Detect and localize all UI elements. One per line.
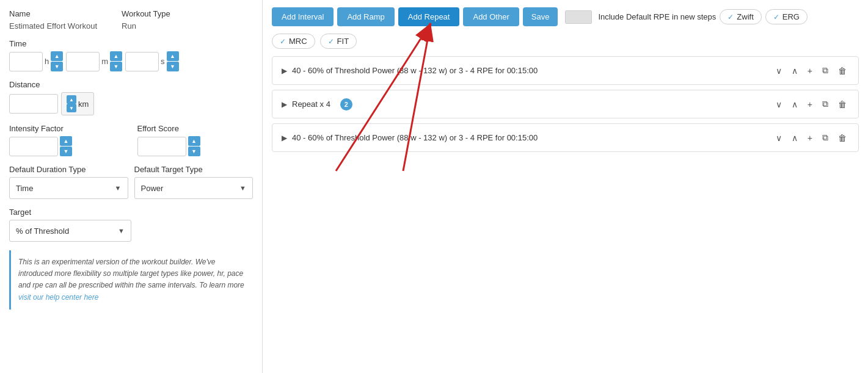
intensity-factor-group: 0.65 ▲ ▼ bbox=[9, 136, 125, 156]
intensity-factor-col: Intensity Factor 0.65 ▲ ▼ bbox=[9, 124, 125, 156]
fit-check-icon: ✓ bbox=[328, 37, 334, 46]
seconds-up-btn[interactable]: ▲ bbox=[167, 51, 179, 61]
erg-badge-btn[interactable]: ✓ ERG bbox=[765, 9, 808, 24]
target-value: % of Threshold bbox=[16, 226, 69, 236]
mrc-check-icon: ✓ bbox=[280, 37, 286, 46]
table-row: ▶ 40 - 60% of Threshold Power (88 w - 13… bbox=[272, 123, 859, 152]
target-chevron-icon: ▼ bbox=[118, 227, 125, 234]
name-section: Name Estimated Effort Workout Workout Ty… bbox=[9, 9, 253, 31]
expand-icon-2[interactable]: ▶ bbox=[282, 100, 287, 109]
name-col: Name Estimated Effort Workout bbox=[9, 9, 97, 31]
minutes-down-btn[interactable]: ▼ bbox=[110, 62, 122, 71]
add-interval-button[interactable]: Add Interval bbox=[272, 7, 334, 26]
delete-btn-2[interactable]: 🗑 bbox=[836, 98, 849, 110]
minutes-unit: m bbox=[101, 57, 108, 66]
table-row: ▶ 40 - 60% of Threshold Power (88 w - 13… bbox=[272, 56, 859, 85]
target-type-value: Power bbox=[141, 184, 164, 193]
move-up-btn-3[interactable]: ∧ bbox=[789, 132, 800, 144]
target-type-chevron-icon: ▼ bbox=[239, 184, 246, 192]
workout-list: ▶ 40 - 60% of Threshold Power (88 w - 13… bbox=[272, 56, 859, 152]
duration-type-chevron-icon: ▼ bbox=[115, 184, 122, 192]
effort-score-spinner: ▲ ▼ bbox=[188, 136, 200, 156]
toggle-right bbox=[578, 11, 591, 23]
zwift-check-icon: ✓ bbox=[728, 13, 734, 21]
workout-text-3: 40 - 60% of Threshold Power (88 w - 132 … bbox=[292, 133, 538, 142]
info-box: This is an experimental version of the w… bbox=[9, 250, 253, 310]
workout-row-left-2: ▶ Repeat x 4 2 bbox=[282, 98, 352, 110]
distance-unit: km bbox=[78, 100, 89, 109]
right-panel: Add Interval Add Ramp Add Repeat Add Oth… bbox=[263, 0, 868, 373]
duration-type-select[interactable]: Time ▼ bbox=[9, 177, 128, 199]
distance-input[interactable]: 0 bbox=[9, 94, 58, 114]
delete-btn-3[interactable]: 🗑 bbox=[836, 132, 849, 144]
copy-btn-2[interactable]: ⧉ bbox=[820, 98, 831, 110]
seconds-input[interactable]: 0 bbox=[125, 52, 159, 71]
duration-type-group: Default Duration Type Time ▼ bbox=[9, 165, 128, 199]
if-down-btn[interactable]: ▼ bbox=[60, 147, 72, 156]
target-select[interactable]: % of Threshold ▼ bbox=[9, 220, 131, 242]
distance-unit-box: ▲ ▼ km bbox=[61, 92, 94, 115]
target-type-label: Default Target Type bbox=[134, 165, 253, 174]
effort-score-label: Effort Score bbox=[137, 124, 253, 133]
time-label: Time bbox=[9, 39, 253, 48]
add-repeat-button[interactable]: Add Repeat bbox=[398, 7, 460, 26]
collapse-btn-1[interactable]: ∨ bbox=[773, 65, 784, 77]
delete-btn-1[interactable]: 🗑 bbox=[836, 65, 849, 77]
seconds-down-btn[interactable]: ▼ bbox=[167, 62, 179, 71]
include-default-rpe-label: Include Default RPE in new steps bbox=[598, 12, 716, 21]
intensity-factor-input[interactable]: 0.65 bbox=[9, 137, 58, 156]
workout-type-label: Workout Type bbox=[122, 9, 170, 18]
add-btn-2[interactable]: + bbox=[805, 98, 815, 110]
minutes-buttons: ▲ ▼ bbox=[110, 51, 122, 71]
fit-badge-btn[interactable]: ✓ FIT bbox=[320, 34, 357, 49]
workout-row-right-3: ∨ ∧ + ⧉ 🗑 bbox=[773, 131, 849, 144]
zwift-label: Zwift bbox=[737, 12, 753, 21]
minutes-input[interactable]: 38 bbox=[66, 52, 100, 71]
zwift-badge-btn[interactable]: ✓ Zwift bbox=[720, 9, 761, 24]
add-other-button[interactable]: Add Other bbox=[463, 7, 519, 26]
info-link[interactable]: visit our help center here bbox=[18, 293, 98, 302]
workout-row-left-3: ▶ 40 - 60% of Threshold Power (88 w - 13… bbox=[282, 133, 538, 142]
effort-score-input[interactable]: 68 bbox=[137, 137, 186, 156]
copy-btn-1[interactable]: ⧉ bbox=[820, 64, 831, 77]
expand-icon-3[interactable]: ▶ bbox=[282, 134, 287, 142]
intensity-factor-label: Intensity Factor bbox=[9, 124, 125, 133]
duration-target-row: Default Duration Type Time ▼ Default Tar… bbox=[9, 165, 253, 199]
default-rpe-toggle[interactable] bbox=[565, 10, 592, 24]
es-up-btn[interactable]: ▲ bbox=[188, 136, 200, 146]
name-value: Estimated Effort Workout bbox=[9, 21, 97, 31]
seconds-spinner: 0 s ▲ ▼ bbox=[125, 51, 179, 71]
toolbar: Add Interval Add Ramp Add Repeat Add Oth… bbox=[272, 7, 859, 26]
move-up-btn-1[interactable]: ∧ bbox=[789, 65, 800, 77]
collapse-btn-3[interactable]: ∨ bbox=[773, 132, 784, 144]
collapse-btn-2[interactable]: ∨ bbox=[773, 98, 784, 110]
mrc-label: MRC bbox=[289, 37, 307, 46]
workout-text-1: 40 - 60% of Threshold Power (88 w - 132 … bbox=[292, 66, 538, 75]
erg-check-icon: ✓ bbox=[773, 13, 779, 21]
expand-icon-1[interactable]: ▶ bbox=[282, 67, 287, 75]
target-group: Target % of Threshold ▼ bbox=[9, 208, 253, 242]
save-button[interactable]: Save bbox=[523, 7, 558, 26]
mrc-badge-btn[interactable]: ✓ MRC bbox=[272, 34, 315, 49]
minutes-up-btn[interactable]: ▲ bbox=[110, 51, 122, 61]
workout-type-col: Workout Type Run bbox=[122, 9, 170, 31]
distance-up-btn[interactable]: ▲ bbox=[67, 95, 76, 104]
workout-type-value: Run bbox=[122, 21, 170, 31]
hours-input[interactable]: 1 bbox=[9, 52, 43, 71]
workout-row-right-1: ∨ ∧ + ⧉ 🗑 bbox=[773, 64, 849, 77]
toggle-left bbox=[566, 11, 578, 23]
es-down-btn[interactable]: ▼ bbox=[188, 147, 200, 156]
if-up-btn[interactable]: ▲ bbox=[60, 136, 72, 146]
distance-row: 0 ▲ ▼ km bbox=[9, 92, 253, 115]
target-type-select[interactable]: Power ▼ bbox=[134, 177, 253, 199]
copy-btn-3[interactable]: ⧉ bbox=[820, 131, 831, 144]
repeat-badge: 2 bbox=[340, 98, 352, 110]
distance-down-btn[interactable]: ▼ bbox=[67, 104, 76, 112]
move-up-btn-2[interactable]: ∧ bbox=[789, 98, 800, 110]
add-btn-3[interactable]: + bbox=[805, 132, 815, 144]
hours-up-btn[interactable]: ▲ bbox=[51, 51, 63, 61]
duration-type-value: Time bbox=[16, 184, 33, 193]
add-ramp-button[interactable]: Add Ramp bbox=[337, 7, 394, 26]
hours-down-btn[interactable]: ▼ bbox=[51, 62, 63, 71]
add-btn-1[interactable]: + bbox=[805, 65, 815, 77]
